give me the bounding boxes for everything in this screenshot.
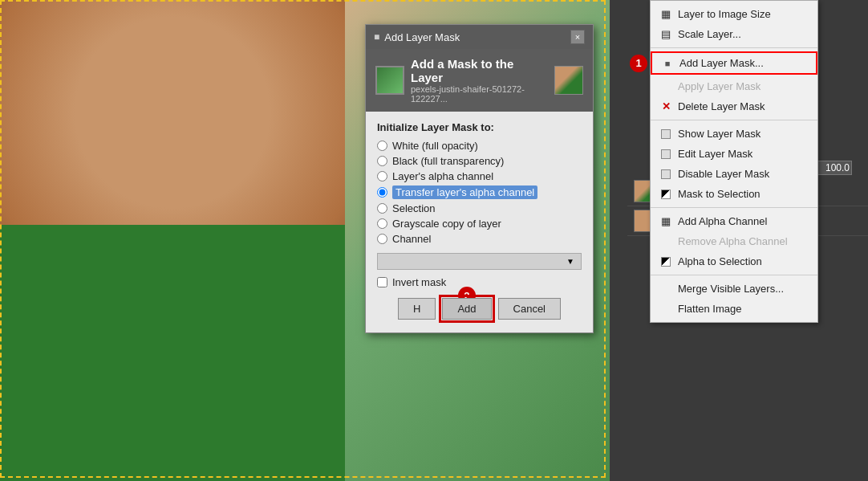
dialog-titlebar: ■ Add Layer Mask × — [366, 25, 593, 49]
edit-checkbox-icon — [660, 149, 671, 160]
radio-transfer[interactable]: Transfer layer's alpha channel — [377, 185, 582, 199]
menu-item-layer-to-image[interactable]: ▦ Layer to Image Size — [651, 4, 817, 24]
dialog-body: Initialize Layer Mask to: White (full op… — [366, 112, 593, 332]
opacity-input[interactable] — [816, 161, 852, 175]
shirt-area: SCIENCE — [0, 225, 345, 481]
separator-2 — [651, 120, 817, 120]
dialog-header-mask-icon — [375, 66, 404, 95]
dialog-close-button[interactable]: × — [570, 30, 585, 44]
titlebar-left: ■ Add Layer Mask — [374, 31, 460, 43]
radio-white[interactable]: White (full opacity) — [377, 140, 582, 152]
radio-selection[interactable]: Selection — [377, 202, 582, 214]
separator-4 — [651, 275, 817, 275]
separator-1 — [651, 47, 817, 48]
channel-dropdown[interactable]: ▼ — [377, 253, 582, 270]
menu-item-disable-layer-mask[interactable]: Disable Layer Mask — [651, 164, 817, 184]
apply-icon — [660, 81, 671, 92]
menu-item-edit-layer-mask[interactable]: Edit Layer Mask — [651, 144, 817, 164]
cancel-button[interactable]: Cancel — [498, 298, 561, 320]
layers-icon: ▦ — [660, 9, 671, 20]
mask-add-icon: ■ — [662, 58, 673, 69]
dialog-icon: ■ — [374, 31, 379, 43]
menu-item-add-alpha[interactable]: ▦ Add Alpha Channel — [651, 211, 817, 231]
dialog-header-thumbnail — [554, 66, 583, 95]
radio-selection-input[interactable] — [377, 203, 387, 214]
menu-item-add-layer-mask[interactable]: 1 ■ Add Layer Mask... — [651, 51, 817, 75]
dropdown-arrow-icon: ▼ — [566, 257, 574, 266]
menu-item-flatten-image[interactable]: Flatten Image — [651, 299, 817, 319]
remove-alpha-icon — [660, 236, 671, 247]
radio-black-input[interactable] — [377, 156, 387, 166]
add-layer-mask-dialog: ■ Add Layer Mask × Add a Mask to the Lay… — [365, 24, 594, 333]
add-button-wrapper: 2 Add — [442, 298, 491, 320]
invert-mask-label[interactable]: Invert mask — [377, 276, 582, 288]
radio-black[interactable]: Black (full transparency) — [377, 155, 582, 167]
section-label: Initialize Layer Mask to: — [377, 121, 582, 133]
menu-item-mask-to-selection[interactable]: Mask to Selection — [651, 184, 817, 204]
dialog-buttons: H 2 Add Cancel — [377, 298, 582, 323]
dialog-header-subtitle: pexels-justin-shaifer-501272-122227... — [411, 84, 546, 104]
menu-item-apply-layer-mask: Apply Layer Mask — [651, 76, 817, 96]
separator-3 — [651, 207, 817, 208]
scale-icon: ▤ — [660, 29, 671, 40]
dialog-header: Add a Mask to the Layer pexels-justin-sh… — [366, 49, 593, 112]
context-menu: ▦ Layer to Image Size ▤ Scale Layer... 1… — [650, 0, 818, 323]
add-button[interactable]: Add — [442, 298, 491, 320]
radio-channel-input[interactable] — [377, 234, 387, 244]
invert-label-text: Invert mask — [392, 276, 446, 288]
disable-checkbox-icon — [660, 169, 671, 180]
radio-group-init: White (full opacity) Black (full transpa… — [377, 140, 582, 245]
flatten-icon — [660, 304, 671, 315]
help-button[interactable]: H — [398, 298, 436, 320]
dialog-header-text-block: Add a Mask to the Layer pexels-justin-sh… — [411, 57, 546, 104]
badge-1: 1 — [630, 55, 647, 72]
radio-alpha-input[interactable] — [377, 171, 387, 181]
radio-grayscale[interactable]: Grayscale copy of layer — [377, 218, 582, 230]
menu-item-scale-layer[interactable]: ▤ Scale Layer... — [651, 24, 817, 44]
invert-mask-checkbox[interactable] — [377, 277, 387, 287]
alpha-add-icon: ▦ — [660, 216, 671, 227]
menu-item-show-layer-mask[interactable]: Show Layer Mask — [651, 124, 817, 144]
x-icon: ✕ — [660, 101, 671, 112]
menu-item-alpha-to-selection[interactable]: Alpha to Selection — [651, 251, 817, 271]
alpha-sel-icon — [660, 256, 671, 267]
radio-transfer-input[interactable] — [377, 187, 387, 198]
radio-transfer-label: Transfer layer's alpha channel — [392, 185, 537, 199]
menu-item-remove-alpha: Remove Alpha Channel — [651, 231, 817, 251]
radio-white-input[interactable] — [377, 141, 387, 151]
radio-grayscale-input[interactable] — [377, 218, 387, 229]
radio-channel[interactable]: Channel — [377, 233, 582, 245]
radio-alpha[interactable]: Layer's alpha channel — [377, 170, 582, 182]
dialog-title: Add Layer Mask — [384, 31, 460, 43]
menu-item-delete-layer-mask[interactable]: ✕ Delete Layer Mask — [651, 96, 817, 116]
menu-item-merge-visible[interactable]: Merge Visible Layers... — [651, 279, 817, 299]
mask-sel-icon — [660, 189, 671, 200]
dialog-header-title: Add a Mask to the Layer — [411, 57, 546, 84]
show-checkbox-icon — [660, 128, 671, 140]
merge-icon — [660, 283, 671, 295]
